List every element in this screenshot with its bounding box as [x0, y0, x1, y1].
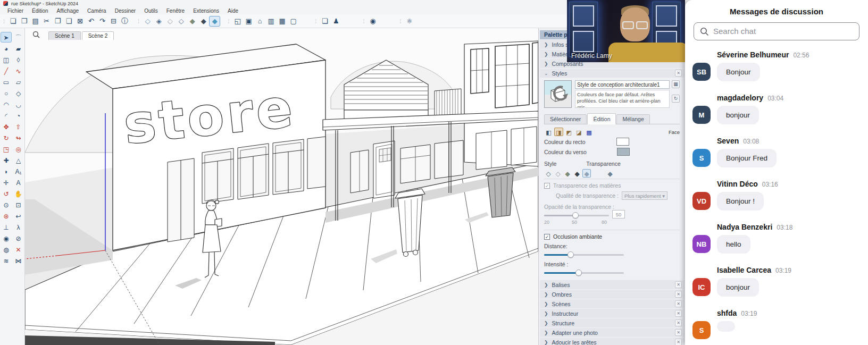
quality-dropdown[interactable]: Plus rapidement▾: [622, 191, 667, 200]
model-info-icon[interactable]: ⓘ: [119, 16, 130, 27]
style-shaded-icon[interactable]: ◆: [187, 16, 198, 27]
view-right-icon[interactable]: ▥: [265, 16, 277, 27]
paint-bucket-tool[interactable]: ◕: [1, 43, 12, 54]
rotated-rectangle-tool[interactable]: ▱: [13, 77, 24, 87]
position-camera-tool[interactable]: ⊥: [1, 222, 12, 232]
style-thumbnail[interactable]: [544, 80, 572, 108]
menu-item[interactable]: Aide: [223, 8, 243, 14]
add-location-icon[interactable]: ◉: [367, 16, 378, 27]
tray-section-row[interactable]: ❯ Instructeur ✕: [540, 309, 684, 318]
edge-settings-icon[interactable]: ◧: [544, 128, 553, 136]
close-section-icon[interactable]: ✕: [675, 281, 682, 288]
intensity-slider-thumb[interactable]: [575, 270, 582, 276]
zoom-magnifier-icon[interactable]: [32, 31, 40, 38]
close-section-icon[interactable]: ✕: [675, 339, 682, 345]
tag-tool[interactable]: ◊: [13, 54, 24, 65]
face-style-monochrome-icon[interactable]: ◆: [582, 169, 591, 178]
close-section-icon[interactable]: ✕: [675, 70, 682, 77]
dimension-tool[interactable]: △: [13, 155, 24, 165]
back-color-swatch[interactable]: [617, 148, 630, 156]
print-icon[interactable]: ⊟: [108, 16, 119, 27]
style-monochrome-icon[interactable]: ◆: [209, 16, 220, 27]
opacity-value-box[interactable]: 50: [612, 210, 625, 218]
tray-section-row[interactable]: ❯ Structure ✕: [540, 318, 684, 327]
soften-edges-tool[interactable]: ≋: [1, 255, 12, 266]
follow-me-tool[interactable]: ↬: [13, 132, 24, 143]
sign-in-person-icon[interactable]: ♟: [330, 16, 341, 27]
style-hidden-line-icon[interactable]: ◇: [176, 16, 187, 27]
styles-tab[interactable]: Sélectionner: [544, 114, 587, 124]
delete-icon[interactable]: ⊠: [74, 16, 86, 27]
show-secondary-pane-icon[interactable]: ▦: [672, 80, 680, 88]
move-tool[interactable]: ✥: [1, 121, 12, 132]
face-style-textured-icon[interactable]: ◆: [573, 169, 581, 178]
close-section-icon[interactable]: ✕: [675, 310, 682, 317]
style-shaded-textures-icon[interactable]: ◆: [198, 16, 209, 27]
opacity-slider[interactable]: 50: [544, 212, 609, 218]
circle-tool[interactable]: ○: [1, 88, 12, 98]
3d-viewport[interactable]: store: [25, 40, 538, 345]
styles-tab[interactable]: Édition: [587, 113, 616, 124]
face-style-wireframe-icon[interactable]: ◇: [544, 169, 553, 178]
tray-section-row[interactable]: ❯ Adoucir les arêtes ✕: [540, 338, 684, 345]
watermark-settings-icon[interactable]: ◪: [574, 128, 583, 136]
3d-text-tool[interactable]: A: [13, 177, 24, 188]
tray-section-row[interactable]: ❯ Scènes ✕: [540, 299, 684, 308]
distance-slider-thumb[interactable]: [567, 251, 574, 258]
close-section-icon[interactable]: ✕: [675, 319, 682, 326]
save-icon[interactable]: ▤: [30, 16, 41, 27]
face-style-hidden-line-icon[interactable]: ◇: [554, 169, 562, 178]
section-plane-tool[interactable]: ⊘: [13, 233, 24, 243]
new-document-icon[interactable]: ❏: [319, 16, 330, 27]
text-tool[interactable]: A₁: [13, 166, 24, 176]
view-top-icon[interactable]: ▣: [243, 16, 254, 27]
view-back-icon[interactable]: ▦: [277, 16, 288, 27]
protractor-tool[interactable]: ◗: [1, 166, 12, 176]
rectangle-tool[interactable]: ▭: [1, 77, 12, 87]
tray-section-row[interactable]: ❯ Ombres ✕: [540, 290, 684, 299]
freehand-tool[interactable]: ∿: [13, 65, 24, 76]
intensity-slider[interactable]: [544, 270, 624, 276]
push-pull-tool[interactable]: ⇧: [13, 121, 24, 132]
chat-search[interactable]: [694, 22, 859, 40]
front-color-swatch[interactable]: [616, 138, 629, 146]
new-file-icon[interactable]: ❏: [7, 16, 19, 27]
zoom-tool[interactable]: ⊙: [1, 199, 12, 210]
simplify-tool[interactable]: ◍: [1, 244, 12, 255]
tray-section-styles[interactable]: ⌄ Styles ✕: [540, 69, 684, 78]
pie-tool[interactable]: ◔: [13, 110, 24, 121]
view-iso-icon[interactable]: ◱: [232, 16, 243, 27]
pan-tool[interactable]: ✋: [13, 188, 24, 199]
scene-tab[interactable]: Scène 2: [82, 31, 114, 40]
menu-item[interactable]: Affichage: [53, 8, 84, 14]
style-back-edges-icon[interactable]: ◈: [153, 16, 164, 27]
polygon-tool[interactable]: ◇: [13, 88, 24, 98]
close-section-icon[interactable]: ✕: [675, 329, 682, 336]
styles-tab[interactable]: Mélange: [616, 114, 649, 124]
modeling-settings-icon[interactable]: ▩: [585, 128, 594, 136]
select-tool[interactable]: ➤: [1, 32, 12, 43]
menu-item[interactable]: Dessiner: [111, 8, 140, 14]
two-point-arc-tool[interactable]: ◡: [13, 99, 24, 110]
undo-icon[interactable]: ↶: [86, 16, 97, 27]
menu-item[interactable]: Fichier: [3, 8, 28, 14]
background-settings-icon[interactable]: ◩: [564, 128, 573, 136]
eraser-tool[interactable]: ▰: [13, 43, 24, 54]
redo-icon[interactable]: ↷: [97, 16, 108, 27]
close-section-icon[interactable]: ✕: [675, 291, 682, 298]
three-point-arc-tool[interactable]: ◜: [1, 110, 12, 121]
offset-tool[interactable]: ◎: [13, 144, 24, 154]
materials-transparency-checkbox[interactable]: ✓: [544, 183, 550, 189]
search-input[interactable]: [713, 23, 852, 39]
scene-tab[interactable]: Scène 1: [48, 31, 81, 40]
style-xray-icon[interactable]: ◇: [142, 16, 153, 27]
face-settings-icon[interactable]: ◨: [554, 128, 563, 136]
tray-section-row[interactable]: ❯ Adapter une photo ✕: [540, 328, 684, 337]
scale-tool[interactable]: ◳: [1, 144, 12, 154]
style-name-field[interactable]: [575, 80, 670, 89]
zoom-extents-tool[interactable]: ⊛: [1, 211, 12, 221]
axes-tool[interactable]: ✛: [1, 177, 12, 188]
distance-slider[interactable]: [544, 251, 624, 258]
view-front-icon[interactable]: ⌂: [254, 16, 265, 27]
lasso-tool[interactable]: ⌒: [13, 32, 24, 43]
